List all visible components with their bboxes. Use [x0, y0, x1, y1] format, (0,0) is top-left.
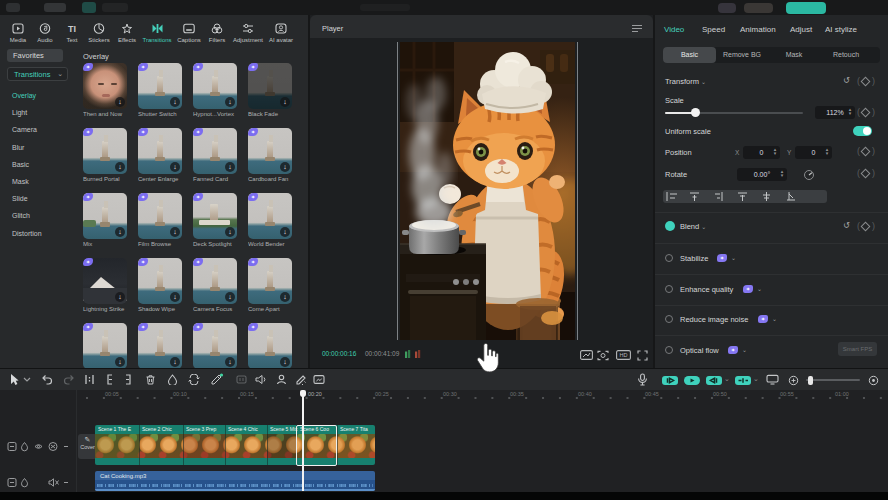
svg-text:HD: HD [620, 352, 628, 358]
